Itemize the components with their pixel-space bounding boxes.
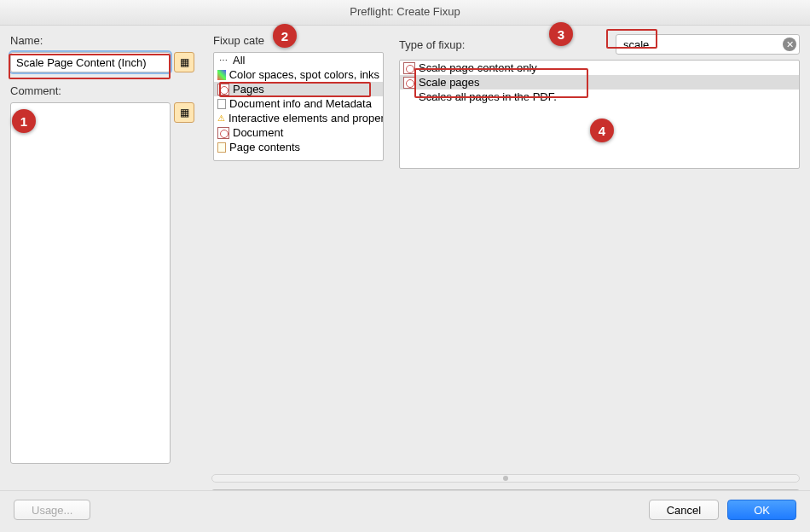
warning-icon: ⚠ bbox=[217, 113, 225, 124]
list-item-label: Scale page content only bbox=[419, 61, 537, 74]
list-item[interactable]: Document bbox=[214, 125, 383, 140]
pdf-icon bbox=[217, 127, 229, 139]
categories-list[interactable]: ⋯All Color spaces, spot colors, inks Pag… bbox=[213, 52, 384, 161]
doc-icon bbox=[217, 99, 226, 109]
page-icon bbox=[217, 142, 226, 153]
pdf-icon bbox=[403, 77, 415, 89]
cancel-button[interactable]: Cancel bbox=[649, 500, 719, 520]
list-item[interactable]: ⚠Interactive elements and proper bbox=[214, 111, 383, 125]
list-item-label: Document info and Metadata bbox=[229, 97, 372, 110]
list-item[interactable]: Color spaces, spot colors, inks bbox=[214, 67, 383, 82]
list-item-desc-label: Scales all pages in the PDF. bbox=[419, 90, 557, 103]
dots-icon: ⋯ bbox=[217, 55, 229, 66]
categories-label: Fixup cate bbox=[213, 34, 384, 47]
fixups-list[interactable]: Scale page content only Scale pages Scal… bbox=[399, 60, 800, 169]
splitter-grip-icon bbox=[503, 476, 508, 481]
list-item-label: All bbox=[233, 54, 245, 66]
list-item-label: Interactive elements and proper bbox=[229, 112, 383, 124]
list-item-label: Scale pages bbox=[419, 76, 480, 89]
list-item-label: Pages bbox=[233, 83, 264, 95]
search-wrap: ✕ bbox=[616, 34, 800, 55]
clear-search-icon[interactable]: ✕ bbox=[783, 38, 796, 51]
name-label: Name: bbox=[10, 34, 198, 47]
name-input[interactable] bbox=[10, 52, 171, 72]
splitter-handle[interactable] bbox=[211, 474, 800, 483]
list-item[interactable]: Page contents bbox=[214, 140, 383, 154]
callout-1: 1 bbox=[12, 109, 36, 133]
list-item-label: Page contents bbox=[229, 141, 300, 153]
name-variable-icon[interactable]: ▦ bbox=[174, 52, 194, 72]
pdf-icon bbox=[403, 62, 415, 74]
list-item-label: Document bbox=[233, 126, 283, 139]
list-item[interactable]: Pages bbox=[214, 82, 383, 96]
callout-4: 4 bbox=[590, 119, 614, 142]
comment-textarea[interactable] bbox=[10, 102, 171, 464]
callout-3: 3 bbox=[549, 22, 573, 46]
list-item[interactable]: Scale page content only bbox=[400, 61, 799, 75]
search-input[interactable] bbox=[616, 34, 800, 55]
list-item-desc: Scales all pages in the PDF. bbox=[400, 90, 799, 104]
comment-label: Comment: bbox=[10, 84, 198, 97]
bottom-bar: Usage... Cancel OK bbox=[0, 490, 810, 532]
swatch-icon bbox=[217, 70, 226, 80]
list-item[interactable]: Scale pages bbox=[400, 75, 799, 90]
window-title: Preflight: Create Fixup bbox=[0, 0, 810, 26]
list-item-label: Color spaces, spot colors, inks bbox=[229, 68, 379, 81]
fixup-type-label: Type of fixup: bbox=[399, 38, 465, 51]
list-item[interactable]: ⋯All bbox=[214, 53, 383, 67]
callout-2: 2 bbox=[273, 24, 297, 48]
usage-button[interactable]: Usage... bbox=[14, 500, 90, 520]
comment-variable-icon[interactable]: ▦ bbox=[174, 102, 194, 123]
pdf-icon bbox=[217, 84, 229, 95]
list-item[interactable]: Document info and Metadata bbox=[214, 96, 383, 111]
ok-button[interactable]: OK bbox=[727, 500, 796, 520]
